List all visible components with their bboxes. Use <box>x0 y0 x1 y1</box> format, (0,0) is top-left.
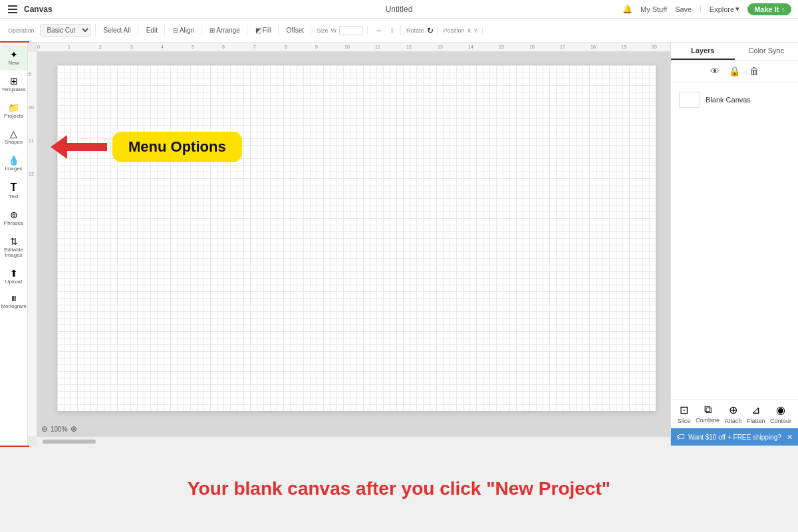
toolbar-operation-select[interactable]: Basic Cut <box>40 24 91 37</box>
canvas-paper[interactable] <box>57 65 656 411</box>
zoom-controls: ⊖ 100% ⊕ <box>41 424 77 434</box>
flatten-icon: ⊿ <box>751 404 760 416</box>
mirror-h-button[interactable]: ↔ <box>373 25 385 35</box>
monogram-icon: Ⅲ <box>11 295 17 303</box>
explore-button[interactable]: Explore ▾ <box>710 5 739 13</box>
sidebar-item-images[interactable]: 💧 Images <box>0 151 27 176</box>
layer-thumbnail <box>679 92 700 108</box>
images-icon: 💧 <box>8 155 19 166</box>
templates-icon: ⊞ <box>10 76 18 86</box>
sidebar-item-upload[interactable]: ⬆ Upload <box>0 264 27 289</box>
editable-images-icon: ⇅ <box>10 236 18 247</box>
annotation-wrapper: Menu Options <box>51 132 242 162</box>
attach-label: Attach <box>725 418 742 424</box>
sidebar-label-monogram: Monogram <box>1 304 26 310</box>
sidebar-label-images: Images <box>5 166 22 172</box>
sidebar-label-phrases: Phrases <box>4 221 23 227</box>
canvas-area[interactable]: 0 1 2 3 4 5 6 7 8 9 10 11 12 13 14 15 16… <box>28 43 670 446</box>
align-button[interactable]: ⊟ Align <box>170 25 197 35</box>
edit-button[interactable]: Edit <box>144 25 160 35</box>
horizontal-scrollbar[interactable] <box>37 436 670 446</box>
slice-button[interactable]: ⊡ Slice <box>678 404 691 424</box>
sidebar-item-projects[interactable]: 📁 Projects <box>0 98 27 124</box>
layer-item-blank-canvas[interactable]: Blank Canvas <box>676 88 793 112</box>
toolbar-arrange-group: ⊞ Arrange <box>207 25 247 35</box>
ruler-tick-0: 0 <box>37 45 40 49</box>
position-label: Position <box>444 27 465 34</box>
sidebar-item-shapes[interactable]: △ Shapes <box>0 124 27 150</box>
promo-close-button[interactable]: ✕ <box>787 433 793 442</box>
make-it-button[interactable]: Make It ↑ <box>747 3 791 15</box>
toolbar-operation-label: Operation <box>5 26 37 35</box>
combine-label: Combine <box>696 417 720 424</box>
sidebar-item-text[interactable]: T Text <box>0 178 27 204</box>
combine-button[interactable]: ⧉ Combine <box>696 404 720 424</box>
toolbar-mirror-group: ↔ ↕ <box>373 25 401 35</box>
menu-icon[interactable] <box>7 4 19 15</box>
document-title: Untitled <box>386 5 413 14</box>
eye-icon[interactable]: 👁 <box>710 66 720 76</box>
caption-text: Your blank canvas after you click "New P… <box>188 478 610 499</box>
text-icon: T <box>11 182 17 194</box>
tab-layers[interactable]: Layers <box>671 43 735 60</box>
canvas-paper-container[interactable]: Menu Options <box>37 52 670 436</box>
width-input[interactable] <box>339 26 363 35</box>
toolbar-rotate-group: Rotate ↻ <box>406 26 438 35</box>
new-icon: ✦ <box>10 49 18 60</box>
toolbar: Operation Basic Cut Select All Edit ⊟ Al… <box>0 19 798 43</box>
sidebar-item-templates[interactable]: ⊞ Templates <box>0 72 27 97</box>
rotate-label: Rotate <box>406 27 424 34</box>
width-label: W <box>331 27 337 34</box>
right-bottom-icons: ⊡ Slice ⧉ Combine ⊕ Attach ⊿ Flatten ◉ C… <box>671 399 798 428</box>
zoom-out-button[interactable]: ⊖ <box>41 424 48 434</box>
projects-icon: 📁 <box>8 102 19 113</box>
arrow-body <box>67 143 107 151</box>
sidebar-label-editable-images: Editable Images <box>3 247 25 259</box>
sidebar-item-editable-images[interactable]: ⇅ Editable Images <box>0 232 27 263</box>
sidebar-label-shapes: Shapes <box>5 140 23 146</box>
sidebar-label-templates: Templates <box>1 87 25 93</box>
promo-text: Want $10 off + FREE shipping? <box>688 434 783 441</box>
save-button[interactable]: Save <box>675 5 692 13</box>
flatten-label: Flatten <box>747 418 765 424</box>
select-all-button[interactable]: Select All <box>101 25 134 35</box>
offset-button[interactable]: Offset <box>284 25 307 35</box>
toolbar-edit-group: Edit <box>144 25 165 35</box>
contour-icon: ◉ <box>776 404 785 416</box>
fill-button[interactable]: ◩ Fill <box>253 25 274 35</box>
toolbar-align-group: ⊟ Align <box>170 25 201 35</box>
arrange-button[interactable]: ⊞ Arrange <box>207 25 243 35</box>
zoom-in-button[interactable]: ⊕ <box>70 424 77 434</box>
nav-right: 🔔 My Stuff Save | Explore ▾ Make It ↑ <box>622 3 791 15</box>
contour-label: Contour <box>770 418 791 424</box>
contour-button[interactable]: ◉ Contour <box>770 404 791 424</box>
lock-icon[interactable]: 🔒 <box>729 66 740 76</box>
fill-icon: ◩ <box>255 27 261 34</box>
trash-icon[interactable]: 🗑 <box>749 66 759 76</box>
nav-divider: | <box>700 5 702 13</box>
combine-icon: ⧉ <box>704 404 712 416</box>
y-label: Y <box>474 27 478 34</box>
align-icon: ⊟ <box>173 27 178 34</box>
tab-color-sync[interactable]: Color Sync <box>735 43 799 60</box>
sidebar-item-monogram[interactable]: Ⅲ Monogram <box>0 291 27 314</box>
arrange-icon: ⊞ <box>209 27 215 34</box>
shapes-icon: △ <box>10 128 17 139</box>
canvas-with-ruler: 5 10 11 12 Menu Options <box>28 52 670 436</box>
left-sidebar: ✦ New ⊞ Templates 📁 Projects △ Shapes 💧 … <box>0 43 28 446</box>
layer-name: Blank Canvas <box>706 96 751 104</box>
mirror-v-button[interactable]: ↕ <box>388 25 396 35</box>
flatten-button[interactable]: ⊿ Flatten <box>747 404 765 424</box>
scrollbar-thumb[interactable] <box>43 440 96 444</box>
sidebar-label-new: New <box>8 61 19 66</box>
caption-area: Your blank canvas after you click "New P… <box>0 446 798 532</box>
attach-button[interactable]: ⊕ Attach <box>725 404 742 424</box>
zoom-level: 100% <box>51 426 68 433</box>
my-stuff-button[interactable]: My Stuff <box>640 5 667 13</box>
chevron-down-icon: ▾ <box>735 5 739 13</box>
sidebar-item-new[interactable]: ✦ New <box>0 45 27 70</box>
sidebar-item-phrases[interactable]: ⊚ Phrases <box>0 205 27 231</box>
size-label: Size <box>317 27 329 34</box>
bell-icon: 🔔 <box>622 5 632 14</box>
promo-icon: 🏷 <box>676 432 684 442</box>
